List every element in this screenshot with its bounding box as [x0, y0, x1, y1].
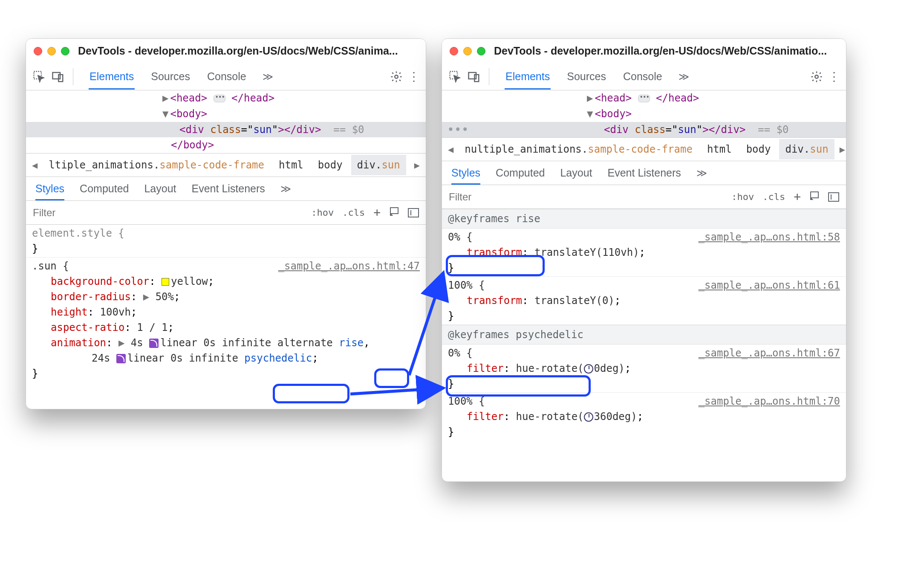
- zoom-icon[interactable]: [61, 47, 69, 55]
- dom-div-sun[interactable]: ••• <div class="sun"></div> == $0: [442, 122, 846, 138]
- rule-element-style[interactable]: element.style { }: [26, 225, 426, 258]
- filter-input[interactable]: [26, 207, 311, 219]
- panel-tabs: Elements Sources Console ≫: [89, 64, 385, 90]
- source-link[interactable]: _sample_.ap…ons.html:47: [278, 258, 420, 274]
- tab-console[interactable]: Console: [622, 64, 663, 90]
- easing-icon[interactable]: [116, 354, 126, 363]
- filter-input[interactable]: [442, 191, 731, 203]
- keyframe-rise-100[interactable]: _sample_.ap…ons.html:61 100% { transform…: [442, 277, 846, 325]
- close-icon[interactable]: [450, 47, 458, 55]
- traffic-lights: [34, 47, 69, 55]
- breadcrumb-html[interactable]: html: [273, 155, 309, 175]
- color-format-icon[interactable]: [389, 206, 399, 219]
- zoom-icon[interactable]: [477, 47, 485, 55]
- computed-sidebar-icon[interactable]: [828, 192, 839, 202]
- subtab-event-listeners[interactable]: Event Listeners: [608, 161, 681, 185]
- rule-sun[interactable]: _sample_.ap…ons.html:47 .sun { backgroun…: [26, 258, 426, 382]
- new-rule-icon[interactable]: +: [794, 190, 801, 204]
- breadcrumb-right-icon[interactable]: ▶: [837, 144, 846, 155]
- ellipsis-icon[interactable]: •••: [447, 121, 469, 139]
- device-icon[interactable]: [467, 70, 481, 84]
- tab-sources[interactable]: Sources: [566, 64, 607, 90]
- more-tabs-icon[interactable]: ≫: [679, 71, 689, 83]
- subtab-layout[interactable]: Layout: [560, 161, 592, 185]
- dom-body-open[interactable]: ▼<body>: [442, 106, 846, 122]
- subtab-layout[interactable]: Layout: [144, 177, 176, 200]
- more-subtabs-icon[interactable]: ≫: [696, 167, 707, 179]
- breadcrumb-body[interactable]: body: [740, 139, 777, 159]
- close-icon[interactable]: [34, 47, 42, 55]
- subtab-computed[interactable]: Computed: [496, 161, 545, 185]
- more-subtabs-icon[interactable]: ≫: [280, 183, 291, 195]
- subtab-styles[interactable]: Styles: [35, 177, 64, 200]
- computed-sidebar-icon[interactable]: [408, 208, 419, 217]
- devtools-window-right: DevTools - developer.mozilla.org/en-US/d…: [442, 38, 846, 482]
- keyframes-link-psychedelic[interactable]: psychedelic: [244, 352, 312, 364]
- breadcrumb-body[interactable]: body: [312, 155, 349, 175]
- color-swatch-icon[interactable]: [162, 278, 169, 286]
- tab-sources[interactable]: Sources: [150, 64, 191, 90]
- source-link[interactable]: _sample_.ap…ons.html:70: [699, 394, 840, 409]
- breadcrumb-right-icon[interactable]: ▶: [412, 160, 422, 171]
- styles-subtabs: Styles Computed Layout Event Listeners ≫: [442, 161, 846, 185]
- keyframe-psy-0[interactable]: _sample_.ap…ons.html:67 0% { filter: hue…: [442, 345, 846, 393]
- more-tabs-icon[interactable]: ≫: [263, 71, 273, 83]
- filter-bar: :hov .cls +: [26, 201, 426, 225]
- kebab-icon[interactable]: ⋮: [828, 70, 840, 84]
- tab-console[interactable]: Console: [206, 64, 247, 90]
- source-link[interactable]: _sample_.ap…ons.html:67: [699, 345, 840, 361]
- breadcrumb-frame[interactable]: ltiple_animations.sample-code-frame: [43, 155, 270, 175]
- tab-elements[interactable]: Elements: [89, 64, 135, 90]
- dom-head[interactable]: ▶<head> </head>: [442, 90, 846, 106]
- breadcrumb-div-sun[interactable]: div.sun: [779, 139, 834, 159]
- hov-toggle[interactable]: :hov: [311, 207, 334, 218]
- traffic-lights: [450, 47, 485, 55]
- dom-body-close[interactable]: </body>: [26, 137, 426, 153]
- easing-icon[interactable]: [149, 339, 159, 348]
- subtab-event-listeners[interactable]: Event Listeners: [192, 177, 265, 200]
- angle-icon[interactable]: [584, 364, 593, 374]
- cls-toggle[interactable]: .cls: [342, 207, 365, 218]
- cls-toggle[interactable]: .cls: [762, 191, 785, 202]
- keyframes-link-rise[interactable]: rise: [339, 337, 364, 349]
- keyframes-header-rise[interactable]: @keyframes rise: [442, 209, 846, 229]
- titlebar: DevTools - developer.mozilla.org/en-US/d…: [26, 39, 426, 63]
- breadcrumb-html[interactable]: html: [701, 139, 738, 159]
- gear-icon[interactable]: [389, 70, 404, 84]
- color-format-icon[interactable]: [809, 191, 820, 203]
- inspect-icon[interactable]: [448, 70, 462, 84]
- minimize-icon[interactable]: [463, 47, 472, 55]
- breadcrumb-left-icon[interactable]: ◀: [445, 144, 456, 155]
- dom-body-open[interactable]: ▼<body>: [26, 106, 426, 122]
- dom-div-sun[interactable]: <div class="sun"></div> == $0: [26, 122, 426, 138]
- angle-icon[interactable]: [584, 412, 593, 422]
- inspect-icon[interactable]: [32, 70, 46, 84]
- ellipsis-icon: [638, 95, 650, 102]
- dom-head[interactable]: ▶<head> </head>: [26, 90, 426, 106]
- device-icon[interactable]: [51, 70, 65, 84]
- source-link[interactable]: _sample_.ap…ons.html:61: [699, 278, 840, 293]
- window-title: DevTools - developer.mozilla.org/en-US/d…: [494, 45, 827, 57]
- breadcrumb-div-sun[interactable]: div.sun: [351, 155, 406, 175]
- minimize-icon[interactable]: [47, 47, 56, 55]
- hov-toggle[interactable]: :hov: [731, 191, 754, 202]
- keyframes-header-psychedelic[interactable]: @keyframes psychedelic: [442, 325, 846, 345]
- svg-rect-9: [811, 192, 818, 198]
- gear-icon[interactable]: [809, 70, 824, 84]
- keyframe-rise-0[interactable]: _sample_.ap…ons.html:58 0% { transform: …: [442, 229, 846, 277]
- breadcrumb-frame[interactable]: nultiple_animations.sample-code-frame: [459, 139, 699, 159]
- styles-pane: @keyframes rise _sample_.ap…ons.html:58 …: [442, 209, 846, 445]
- kebab-icon[interactable]: ⋮: [408, 70, 420, 84]
- new-rule-icon[interactable]: +: [373, 206, 381, 220]
- source-link[interactable]: _sample_.ap…ons.html:58: [699, 229, 840, 245]
- filter-bar: :hov .cls +: [442, 185, 846, 209]
- subtab-computed[interactable]: Computed: [80, 177, 129, 200]
- breadcrumb-left-icon[interactable]: ◀: [29, 160, 40, 171]
- titlebar: DevTools - developer.mozilla.org/en-US/d…: [442, 39, 846, 63]
- styles-pane: element.style { } _sample_.ap…ons.html:4…: [26, 225, 426, 386]
- dom-tree: ▶<head> </head> ▼<body> <div class="sun"…: [26, 90, 426, 153]
- subtab-styles[interactable]: Styles: [451, 161, 480, 185]
- tab-elements[interactable]: Elements: [505, 64, 551, 90]
- styles-subtabs: Styles Computed Layout Event Listeners ≫: [26, 177, 426, 201]
- keyframe-psy-100[interactable]: _sample_.ap…ons.html:70 100% { filter: h…: [442, 393, 846, 440]
